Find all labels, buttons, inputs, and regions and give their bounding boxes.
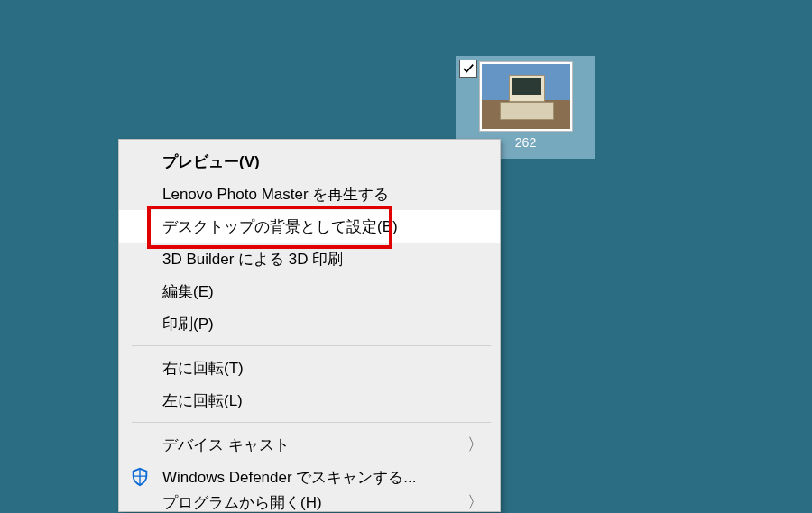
menu-item[interactable]: 印刷(P) (119, 307, 500, 340)
menu-item[interactable]: デバイス キャスト〉 (119, 428, 500, 461)
menu-item-label: Windows Defender でスキャンする... (162, 467, 417, 488)
icon-label: 262 (515, 135, 536, 150)
menu-item-label: 3D Builder による 3D 印刷 (162, 249, 343, 270)
thumbnail (479, 61, 573, 132)
defender-icon (130, 467, 150, 487)
menu-item[interactable]: 3D Builder による 3D 印刷 (119, 243, 500, 275)
menu-item[interactable]: Lenovo Photo Master を再生する (119, 178, 500, 210)
menu-item[interactable]: プレビュー(V) (119, 145, 500, 178)
menu-item-label: 印刷(P) (162, 314, 214, 334)
menu-separator (132, 345, 491, 346)
chevron-right-icon: 〉 (467, 493, 484, 511)
menu-item-label: Lenovo Photo Master を再生する (162, 184, 389, 205)
menu-item[interactable]: 編集(E) (119, 275, 500, 307)
menu-item-label: 編集(E) (162, 281, 214, 302)
menu-item-label: 左に回転(L) (162, 390, 243, 411)
menu-item-label: プログラムから開く(H) (162, 493, 322, 511)
menu-item[interactable]: 左に回転(L) (119, 384, 500, 417)
menu-item-label: 右に回転(T) (162, 358, 244, 379)
menu-item-label: デスクトップの背景として設定(B) (162, 216, 398, 237)
menu-item-label: プレビュー(V) (162, 151, 260, 172)
menu-item[interactable]: 右に回転(T) (119, 352, 500, 384)
menu-item-label: デバイス キャスト (162, 435, 290, 455)
menu-item[interactable]: デスクトップの背景として設定(B) (119, 210, 500, 243)
checkbox-icon[interactable] (459, 60, 477, 78)
menu-item[interactable]: プログラムから開く(H)〉 (119, 493, 500, 511)
context-menu: プレビュー(V)Lenovo Photo Master を再生するデスクトップの… (118, 139, 501, 512)
chevron-right-icon: 〉 (467, 434, 484, 455)
menu-item[interactable]: Windows Defender でスキャンする... (119, 461, 500, 493)
menu-separator (132, 422, 491, 423)
